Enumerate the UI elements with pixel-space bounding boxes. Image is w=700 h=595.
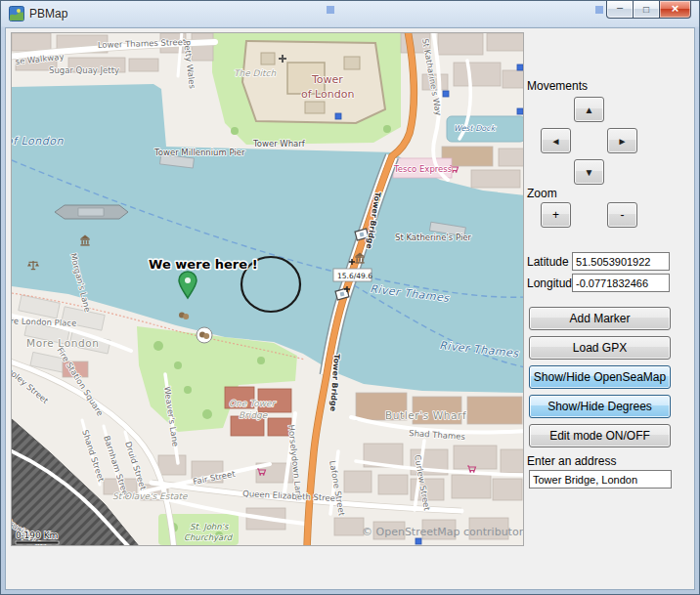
move-down-button[interactable]: ▼ <box>574 159 604 185</box>
map-label: of London <box>12 135 64 148</box>
longitude-label: Longitude <box>527 276 579 290</box>
map-label: Butler's Wharf <box>385 409 466 421</box>
load-gpx-button[interactable]: Load GPX <box>529 336 671 360</box>
map-label: Churchyard <box>184 532 234 542</box>
map-svg: 15.6/49.6 se WalkwayLower Thames StreetP… <box>12 33 524 546</box>
blue-square-icon <box>443 91 449 97</box>
address-input[interactable] <box>529 470 672 489</box>
minimize-button[interactable]: – <box>606 1 634 19</box>
blue-square-icon <box>517 64 523 70</box>
map-label: Tower Wharf <box>252 139 306 149</box>
move-right-button[interactable]: ► <box>607 128 637 153</box>
svg-text:15.6/49.6: 15.6/49.6 <box>337 272 372 280</box>
close-button[interactable]: × <box>659 1 691 19</box>
map-label: Bridge <box>239 410 269 420</box>
map-attribution: © OpenStreetMap contributors <box>362 526 524 538</box>
move-left-button[interactable]: ◄ <box>541 128 571 153</box>
map-label: Tesco Express <box>393 164 453 174</box>
map-label: of London <box>301 88 354 101</box>
zoom-out-button[interactable]: - <box>607 202 637 228</box>
longitude-input[interactable] <box>572 274 670 292</box>
map-label: One Tower <box>229 399 277 408</box>
bridge-sign: 15.6/49.6 <box>333 269 372 281</box>
edit-mode-button[interactable]: Edit mode ON/OFF <box>529 424 671 447</box>
map-label: St. John's <box>190 522 229 531</box>
zoom-in-button[interactable]: + <box>541 202 571 228</box>
blue-square-icon <box>335 113 341 119</box>
maximize-button[interactable]: □ <box>633 1 660 19</box>
scale-text: 0,190 Km <box>16 531 58 540</box>
caption-buttons: – □ × <box>607 1 691 19</box>
map-label: Tower Millennium Pier <box>153 148 245 157</box>
map-label: St Olave's Estate <box>112 491 189 501</box>
user-marker-label: We were here ! <box>149 257 258 272</box>
scale-bar <box>16 541 59 544</box>
app-icon <box>9 6 24 21</box>
movements-label: Movements <box>527 79 588 93</box>
address-label: Enter an address <box>527 454 616 468</box>
ship <box>55 205 128 219</box>
titlebar[interactable]: PBMap – □ × <box>1 1 699 27</box>
app-window: PBMap – □ × <box>0 0 700 595</box>
map-label: St Katherine's Pier <box>395 233 471 242</box>
map-label: Sugar Quay Jetty <box>49 65 119 75</box>
zoom-label: Zoom <box>527 187 557 200</box>
toggle-openseamap-button[interactable]: Show/Hide OpenSeaMap <box>529 365 671 389</box>
titlebar-ghost-square <box>595 6 603 14</box>
move-up-button[interactable]: ▲ <box>574 97 604 122</box>
map-label: Tower <box>311 73 343 86</box>
masks-circle-icon <box>197 327 212 343</box>
window-title: PBMap <box>29 7 67 21</box>
add-marker-button[interactable]: Add Marker <box>529 307 671 330</box>
map-canvas[interactable]: 15.6/49.6 se WalkwayLower Thames StreetP… <box>11 32 524 546</box>
map-label: West Dock <box>454 124 497 133</box>
map-label: The Ditch <box>234 68 277 78</box>
titlebar-ghost-square <box>327 6 334 14</box>
latitude-input[interactable] <box>572 252 670 271</box>
blue-square-icon <box>517 108 523 114</box>
latitude-label: Latitude <box>527 255 569 269</box>
toggle-degrees-button[interactable]: Show/Hide Degrees <box>529 395 671 418</box>
blue-square-icon <box>416 538 421 544</box>
